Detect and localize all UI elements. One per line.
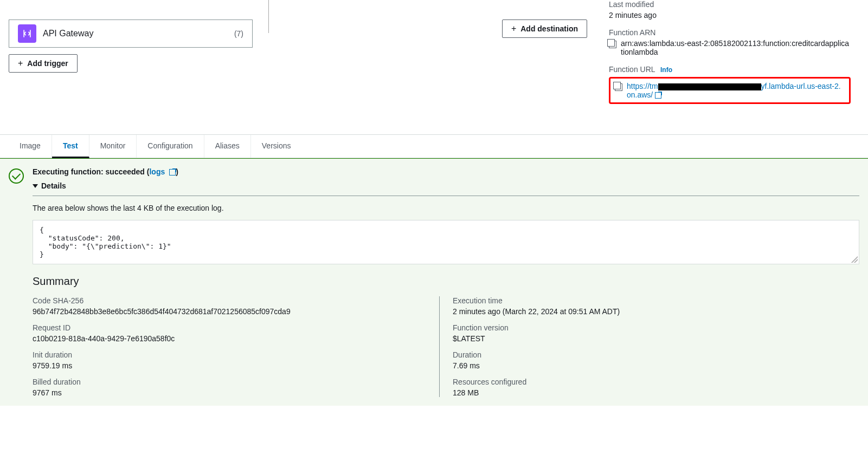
tab-image[interactable]: Image xyxy=(9,135,52,158)
api-gateway-icon xyxy=(18,24,36,43)
add-destination-label: Add destination xyxy=(520,24,578,33)
tab-test[interactable]: Test xyxy=(52,135,89,158)
add-trigger-label: Add trigger xyxy=(27,59,68,68)
summary-title: Summary xyxy=(33,275,859,288)
function-url-highlight: https://tmyf.lambda-url.us-east-2.on.aws… xyxy=(609,77,851,104)
plus-icon: + xyxy=(511,24,516,33)
resize-handle-icon[interactable] xyxy=(851,256,858,263)
resources-configured-label: Resources configured xyxy=(453,378,846,386)
function-version-value: $LATEST xyxy=(453,334,846,343)
init-duration-value: 9759.19 ms xyxy=(33,361,426,370)
add-destination-button[interactable]: + Add destination xyxy=(502,20,587,38)
duration-label: Duration xyxy=(453,350,846,359)
last-modified-value: 2 minutes ago xyxy=(609,11,851,20)
request-id-label: Request ID xyxy=(33,323,426,332)
function-url-link[interactable]: https://tmyf.lambda-url.us-east-2.on.aws… xyxy=(627,82,845,99)
summary-left-column: Code SHA-256 96b74f72b42848bb3e8e6bc5fc3… xyxy=(33,296,439,397)
copy-icon[interactable] xyxy=(615,83,622,91)
log-note: The area below shows the last 4 KB of th… xyxy=(33,204,859,212)
request-id-value: c10b0219-818a-440a-9429-7e6190a58f0c xyxy=(33,334,426,343)
details-label: Details xyxy=(41,181,66,190)
add-trigger-button[interactable]: + Add trigger xyxy=(9,54,78,73)
function-designer: creditcardapplicationlambda API Gateway … xyxy=(9,0,493,73)
function-tabs: Image Test Monitor Configuration Aliases… xyxy=(0,135,868,158)
function-version-label: Function version xyxy=(453,323,846,332)
code-sha-value: 96b74f72b42848bb3e8e6bc5fc386d54f404732d… xyxy=(33,307,426,316)
function-arn-value: arn:aws:lambda:us-east-2:085182002113:fu… xyxy=(621,39,851,56)
tab-versions[interactable]: Versions xyxy=(251,135,302,158)
success-check-icon xyxy=(9,168,24,184)
tab-aliases[interactable]: Aliases xyxy=(204,135,251,158)
function-info-panel: Last modified 2 minutes ago Function ARN… xyxy=(605,0,859,113)
info-link[interactable]: Info xyxy=(660,66,672,74)
connector-line xyxy=(258,0,269,33)
api-gateway-label: API Gateway xyxy=(43,29,228,38)
execution-time-value: 2 minutes ago (March 22, 2024 at 09:51 A… xyxy=(453,307,846,316)
execution-result-title: Executing function: succeeded (logs ) xyxy=(33,167,859,176)
triangle-down-icon xyxy=(33,184,38,188)
api-gateway-count: (7) xyxy=(234,29,243,38)
details-toggle[interactable]: Details xyxy=(33,181,859,196)
billed-duration-label: Billed duration xyxy=(33,378,426,386)
billed-duration-value: 9767 ms xyxy=(33,388,426,397)
response-body-box[interactable]: { "statusCode": 200, "body": "{\"predict… xyxy=(33,220,859,264)
last-modified-label: Last modified xyxy=(609,0,851,9)
duration-value: 7.69 ms xyxy=(453,361,846,370)
tab-configuration[interactable]: Configuration xyxy=(137,135,204,158)
logs-link[interactable]: logs xyxy=(149,167,176,176)
init-duration-label: Init duration xyxy=(33,350,426,359)
function-url-label: Function URL Info xyxy=(609,65,851,74)
external-link-icon xyxy=(655,92,661,99)
redacted-text xyxy=(658,83,761,90)
summary-right-column: Execution time 2 minutes ago (March 22, … xyxy=(439,296,859,397)
external-link-icon xyxy=(169,169,176,176)
copy-icon[interactable] xyxy=(609,41,616,48)
execution-result-panel: Executing function: succeeded (logs ) De… xyxy=(0,158,868,406)
plus-icon: + xyxy=(18,59,23,68)
execution-time-label: Execution time xyxy=(453,296,846,305)
function-arn-label: Function ARN xyxy=(609,28,851,37)
api-gateway-trigger-node[interactable]: API Gateway (7) xyxy=(9,20,253,48)
tab-monitor[interactable]: Monitor xyxy=(89,135,137,158)
code-sha-label: Code SHA-256 xyxy=(33,296,426,305)
resources-configured-value: 128 MB xyxy=(453,388,846,397)
